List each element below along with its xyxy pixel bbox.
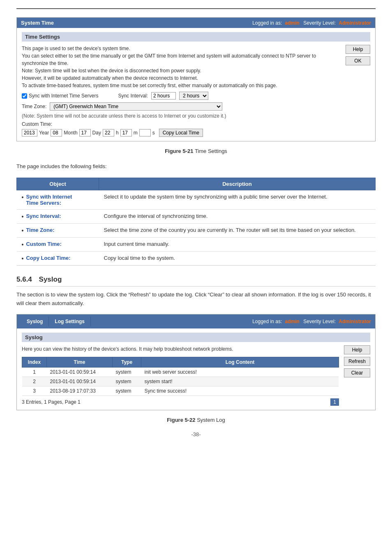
sync-internet-row: Sync with Internet Time Servers Sync Int… xyxy=(22,92,341,100)
row2-object-text: Sync Interval: xyxy=(26,213,61,219)
sync-interval-input[interactable] xyxy=(151,92,176,99)
syslog-panel-header-right: Logged in as: admin Severity Level: Admi… xyxy=(252,319,371,324)
table-row: • Time Zone: Select the time zone of the… xyxy=(17,223,376,237)
col-type: Type xyxy=(113,357,141,368)
syslog-help-button[interactable]: Help xyxy=(344,345,370,354)
row5-object: • Copy Local Time: xyxy=(17,251,99,265)
note-text: (Note: System time will not be accurate … xyxy=(22,113,341,119)
sync-checkbox[interactable] xyxy=(22,93,27,99)
minute-input[interactable] xyxy=(120,129,132,136)
row2-time: 2013-01-01 00:59:14 xyxy=(47,377,113,386)
row1-log: init web server success! xyxy=(141,368,339,377)
table-row: • Sync with InternetTime Servers: Select… xyxy=(17,190,376,209)
tab-syslog[interactable]: Syslog xyxy=(21,317,49,326)
m-label: m xyxy=(134,130,138,136)
syslog-desc: Here you can view the history of the dev… xyxy=(22,345,339,353)
clear-button[interactable]: Clear xyxy=(344,368,370,377)
syslog-section-header: Syslog xyxy=(22,333,370,342)
syslog-footer-entries: 3 Entries, 1 Pages, Page 1 xyxy=(22,399,81,405)
row3-index: 3 xyxy=(22,386,47,396)
day-input[interactable] xyxy=(79,129,91,136)
year-label: Year xyxy=(39,130,49,136)
figure21-caption: Figure 5-21 Time Settings xyxy=(16,148,376,154)
syslog-panel: Syslog Log Settings Logged in as: admin … xyxy=(16,314,376,410)
row3-object: • Time Zone: xyxy=(17,223,99,237)
sync-interval-label: Sync Interval: xyxy=(118,93,148,99)
time-settings-section-header: Time Settings xyxy=(22,32,370,42)
tab-log-settings[interactable]: Log Settings xyxy=(49,317,91,326)
page-number: -38- xyxy=(16,431,376,437)
figure22-caption-bold: Figure 5-22 xyxy=(167,417,195,423)
row3-time: 2013-08-19 17:07:33 xyxy=(47,386,113,396)
syslog-page-num[interactable]: 1 xyxy=(330,398,339,406)
row4-object-inner: • Custom Time: xyxy=(22,241,94,248)
system-time-panel-header: System Time Logged in as: admin Severity… xyxy=(17,18,375,28)
year-input[interactable] xyxy=(22,129,37,136)
row3-log: Sync time success! xyxy=(141,386,339,396)
syslog-tabs: Syslog Log Settings xyxy=(21,317,91,326)
syslog-table: Index Time Type Log Content 1 2013-01-01… xyxy=(22,357,339,396)
intro-text: The page includes the following fields: xyxy=(16,162,376,171)
help-button[interactable]: Help xyxy=(346,45,370,54)
row2-description: Configure the interval of synchronizing … xyxy=(99,209,376,223)
bullet1: • xyxy=(22,194,24,201)
month-input[interactable] xyxy=(51,129,62,136)
severity-label: Severity Level: xyxy=(303,20,336,26)
col-object: Object xyxy=(17,178,99,190)
severity-value: Administrator xyxy=(339,20,371,26)
row2-object: • Sync Interval: xyxy=(17,209,99,223)
syslog-row: 1 2013-01-01 00:59:14 system init web se… xyxy=(22,368,339,377)
fields-table: Object Description • Sync with InternetT… xyxy=(16,178,376,266)
time-zone-select[interactable]: (GMT) Greenwich Mean Time xyxy=(50,102,222,111)
time-settings-desc: This page is used to set the device's sy… xyxy=(22,45,341,89)
section-564-heading: 5.6.4 Syslog xyxy=(16,275,376,287)
syslog-row: 3 2013-08-19 17:07:33 system Sync time s… xyxy=(22,386,339,396)
syslog-panel-body: Syslog Here you can view the history of … xyxy=(17,328,375,410)
syslog-buttons: Help Refresh Clear xyxy=(344,345,370,406)
second-input[interactable] xyxy=(139,129,151,136)
row1-type: system xyxy=(113,368,141,377)
copy-local-time-button[interactable]: Copy Local Time xyxy=(159,129,203,137)
row2-type: system xyxy=(113,377,141,386)
syslog-content: Here you can view the history of the dev… xyxy=(22,345,339,406)
syslog-panel-header: Syslog Log Settings Logged in as: admin … xyxy=(17,314,375,328)
row1-time: 2013-01-01 00:59:14 xyxy=(47,368,113,377)
col-time: Time xyxy=(47,357,113,368)
figure21-caption-bold: Figure 5-21 xyxy=(165,148,193,154)
sync-interval-select[interactable]: 2 hours xyxy=(179,92,208,100)
time-settings-content: This page is used to set the device's sy… xyxy=(22,45,341,137)
system-time-panel-body: Time Settings This page is used to set t… xyxy=(17,28,375,141)
figure22-caption-text: System Log xyxy=(197,417,225,423)
table-row: • Copy Local Time: Copy local time to th… xyxy=(17,251,376,265)
col-log: Log Content xyxy=(141,357,339,368)
row3-object-inner: • Time Zone: xyxy=(22,227,94,234)
row5-object-text: Copy Local Time: xyxy=(26,255,70,261)
custom-time-row: Year Month Day h m s Copy Local Time xyxy=(22,129,341,137)
section-564-title: Syslog xyxy=(39,275,62,283)
system-time-panel: System Time Logged in as: admin Severity… xyxy=(16,17,376,141)
top-border xyxy=(16,8,376,9)
refresh-button[interactable]: Refresh xyxy=(344,357,370,366)
row2-object-inner: • Sync Interval: xyxy=(22,213,94,220)
panel-header-right: Logged in as: admin Severity Level: Admi… xyxy=(252,20,371,26)
desc-line-4: However, it will be updated automaticall… xyxy=(22,75,198,81)
row2-log: system start! xyxy=(141,377,339,386)
time-settings-buttons: Help OK xyxy=(346,45,370,137)
figure22-caption: Figure 5-22 System Log xyxy=(16,417,376,423)
syslog-table-header-row: Index Time Type Log Content xyxy=(22,357,339,368)
sync-label-text: Sync with Internet Time Servers xyxy=(29,93,98,99)
sync-checkbox-label[interactable]: Sync with Internet Time Servers xyxy=(22,93,98,99)
syslog-footer: 3 Entries, 1 Pages, Page 1 1 xyxy=(22,398,339,406)
hour-input[interactable] xyxy=(103,129,114,136)
bullet2: • xyxy=(22,213,24,220)
section-564-number: 5.6.4 xyxy=(16,275,32,283)
ok-button[interactable]: OK xyxy=(346,56,370,65)
row1-object: • Sync with InternetTime Servers: xyxy=(17,190,99,209)
bullet5: • xyxy=(22,255,24,262)
time-settings-title: Time Settings xyxy=(25,34,60,40)
custom-time-label: Custom Time: xyxy=(22,121,341,127)
time-zone-row: Time Zone: (GMT) Greenwich Mean Time xyxy=(22,102,341,111)
day-label: Day xyxy=(92,130,101,136)
row4-object: • Custom Time: xyxy=(17,237,99,251)
desc-line-5: To activate time-based features, system … xyxy=(22,83,277,88)
